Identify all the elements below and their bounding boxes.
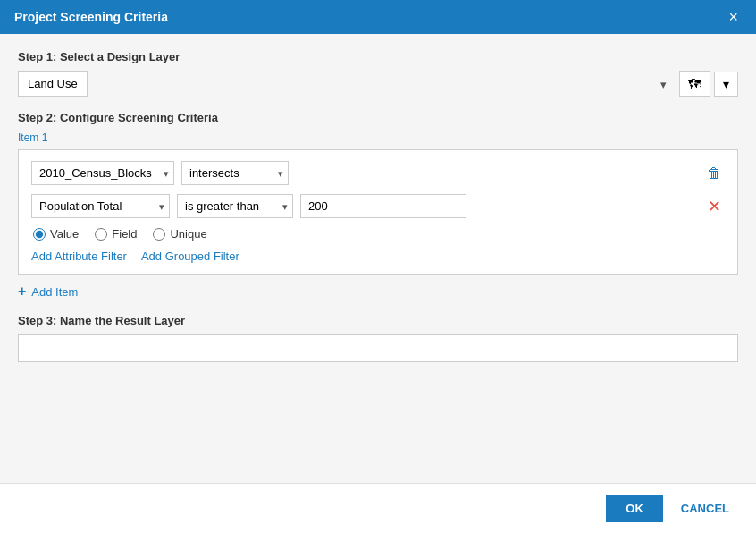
field-select-wrapper: Population Total Name Area: [31, 194, 170, 218]
item-container: 2010_Census_Blocks Roads Parcels interse…: [18, 149, 738, 275]
layer-dropdown-button[interactable]: ▾: [714, 72, 738, 97]
field-select[interactable]: Population Total Name Area: [31, 194, 170, 218]
radio-unique-text: Unique: [170, 227, 206, 241]
design-layer-row: Land Use Roads Parcels 🗺 ▾: [18, 71, 738, 97]
add-item-label: Add Item: [31, 285, 78, 299]
dialog-body: Step 1: Select a Design Layer Land Use R…: [0, 34, 756, 483]
spatial-operator-wrapper: intersects contains within: [181, 161, 289, 185]
dialog: Project Screening Criteria × Step 1: Sel…: [0, 0, 756, 533]
trash-icon: 🗑: [707, 165, 721, 181]
close-icon: ✕: [708, 198, 721, 216]
add-item-plus-icon: +: [18, 283, 26, 300]
condition-select-wrapper: is greater than is less than is equal to…: [177, 194, 293, 218]
remove-filter-button[interactable]: ✕: [704, 195, 725, 218]
title-bar: Project Screening Criteria ×: [0, 0, 756, 34]
radio-value[interactable]: [33, 228, 46, 241]
step3-section: Step 3: Name the Result Layer: [18, 314, 738, 362]
radio-unique-label[interactable]: Unique: [153, 227, 206, 241]
add-item-row[interactable]: + Add Item: [18, 283, 738, 300]
cancel-button[interactable]: CANCEL: [672, 495, 738, 522]
radio-row: Value Field Unique: [31, 227, 725, 241]
add-attribute-filter-button[interactable]: Add Attribute Filter: [31, 250, 127, 263]
delete-item-button[interactable]: 🗑: [703, 164, 725, 183]
ok-button[interactable]: OK: [606, 495, 663, 522]
step2-section: Step 2: Configure Screening Criteria Ite…: [18, 111, 738, 300]
step1-section: Step 1: Select a Design Layer Land Use R…: [18, 50, 738, 97]
dialog-footer: OK CANCEL: [0, 483, 756, 533]
close-button[interactable]: ×: [725, 9, 742, 25]
design-layer-select[interactable]: Land Use Roads Parcels: [18, 71, 88, 97]
spatial-layer-select[interactable]: 2010_Census_Blocks Roads Parcels: [31, 161, 174, 185]
spatial-filter-row: 2010_Census_Blocks Roads Parcels interse…: [31, 161, 725, 185]
radio-value-text: Value: [50, 227, 79, 241]
links-row: Add Attribute Filter Add Grouped Filter: [31, 250, 725, 263]
item-label: Item 1: [18, 131, 738, 144]
step2-label: Step 2: Configure Screening Criteria: [18, 111, 738, 124]
dialog-title: Project Screening Criteria: [14, 10, 168, 24]
radio-unique[interactable]: [153, 228, 165, 241]
step3-label: Step 3: Name the Result Layer: [18, 314, 738, 327]
spatial-operator-select[interactable]: intersects contains within: [181, 161, 289, 185]
add-grouped-filter-button[interactable]: Add Grouped Filter: [141, 250, 239, 263]
radio-field[interactable]: [95, 228, 107, 241]
radio-value-label[interactable]: Value: [33, 227, 79, 241]
spatial-layer-wrapper: 2010_Census_Blocks Roads Parcels: [31, 161, 174, 185]
layers-icon-button[interactable]: 🗺: [679, 71, 710, 97]
radio-field-label[interactable]: Field: [95, 227, 137, 241]
condition-select[interactable]: is greater than is less than is equal to…: [177, 194, 293, 218]
radio-field-text: Field: [112, 227, 137, 241]
layers-icon: 🗺: [688, 76, 701, 91]
value-input[interactable]: [300, 194, 466, 218]
result-layer-input[interactable]: [18, 334, 738, 362]
step1-label: Step 1: Select a Design Layer: [18, 50, 738, 63]
chevron-down-icon: ▾: [723, 77, 729, 91]
attribute-filter-row: Population Total Name Area is greater th…: [31, 194, 725, 218]
layer-select-wrapper: Land Use Roads Parcels: [18, 71, 676, 97]
